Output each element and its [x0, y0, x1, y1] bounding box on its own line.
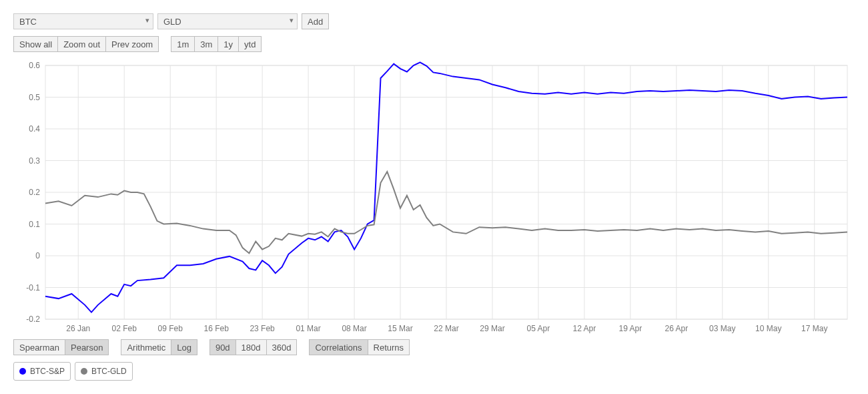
correlations-button[interactable]: Correlations — [309, 339, 367, 355]
legend-label: BTC-GLD — [91, 367, 127, 376]
spearman-button[interactable]: Spearman — [13, 339, 65, 355]
prev-zoom-button[interactable]: Prev zoom — [105, 36, 159, 52]
svg-text:0.3: 0.3 — [29, 156, 40, 166]
legend-label: BTC-S&P — [30, 367, 65, 376]
window-360d-button[interactable]: 360d — [266, 339, 298, 355]
legend-item-btc-sp[interactable]: BTC-S&P — [13, 362, 71, 381]
arithmetic-button[interactable]: Arithmetic — [121, 339, 171, 355]
legend-item-btc-gld[interactable]: BTC-GLD — [75, 362, 133, 381]
svg-text:-0.2: -0.2 — [26, 315, 40, 324]
svg-text:10 May: 10 May — [755, 324, 781, 333]
mode-group: Correlations Returns — [309, 339, 410, 355]
asset1-select-wrap: BTC — [13, 13, 153, 29]
svg-text:26 Jan: 26 Jan — [66, 324, 90, 333]
svg-text:0: 0 — [35, 251, 40, 260]
svg-text:0.2: 0.2 — [29, 188, 40, 197]
correlation-chart[interactable]: -0.2-0.100.10.20.30.40.50.626 Jan02 Feb0… — [13, 59, 854, 339]
svg-text:09 Feb: 09 Feb — [158, 324, 183, 333]
series-picker-row: BTC GLD Add — [13, 13, 854, 29]
pearson-button[interactable]: Pearson — [65, 339, 109, 355]
svg-text:03 May: 03 May — [709, 324, 735, 333]
svg-text:26 Apr: 26 Apr — [665, 324, 688, 333]
window-90d-button[interactable]: 90d — [209, 339, 236, 355]
corr-type-group: Spearman Pearson — [13, 339, 109, 355]
svg-text:0.5: 0.5 — [29, 93, 40, 102]
svg-text:16 Feb: 16 Feb — [203, 324, 229, 333]
range-3m-button[interactable]: 3m — [194, 36, 218, 52]
svg-text:02 Feb: 02 Feb — [112, 324, 137, 333]
svg-text:01 Mar: 01 Mar — [296, 324, 320, 333]
svg-text:22 Mar: 22 Mar — [434, 324, 458, 333]
svg-text:19 Apr: 19 Apr — [619, 324, 642, 333]
svg-text:12 Apr: 12 Apr — [573, 324, 596, 333]
view-controls-row: Show all Zoom out Prev zoom 1m 3m 1y ytd — [13, 36, 854, 52]
svg-text:-0.1: -0.1 — [26, 283, 40, 292]
range-ytd-button[interactable]: ytd — [238, 36, 262, 52]
range-1y-button[interactable]: 1y — [218, 36, 238, 52]
view-button-group: Show all Zoom out Prev zoom — [13, 36, 159, 52]
show-all-button[interactable]: Show all — [13, 36, 57, 52]
svg-text:08 Mar: 08 Mar — [342, 324, 366, 333]
svg-text:05 Apr: 05 Apr — [527, 324, 550, 333]
svg-text:29 Mar: 29 Mar — [480, 324, 504, 333]
returns-button[interactable]: Returns — [368, 339, 410, 355]
asset2-select-wrap: GLD — [157, 13, 298, 29]
range-button-group: 1m 3m 1y ytd — [171, 36, 262, 52]
legend-swatch-icon — [19, 368, 26, 375]
range-1m-button[interactable]: 1m — [171, 36, 194, 52]
zoom-out-button[interactable]: Zoom out — [57, 36, 105, 52]
svg-text:23 Feb: 23 Feb — [250, 324, 275, 333]
asset2-select[interactable]: GLD — [157, 13, 298, 29]
window-group: 90d 180d 360d — [209, 339, 298, 355]
legend-swatch-icon — [81, 368, 87, 375]
svg-text:0.1: 0.1 — [29, 220, 40, 229]
add-button[interactable]: Add — [302, 13, 329, 29]
svg-text:15 Mar: 15 Mar — [388, 324, 412, 333]
svg-text:0.4: 0.4 — [29, 124, 40, 134]
svg-text:0.6: 0.6 — [29, 61, 40, 70]
return-type-group: Arithmetic Log — [121, 339, 197, 355]
svg-text:17 May: 17 May — [801, 324, 827, 333]
log-button[interactable]: Log — [171, 339, 197, 355]
analysis-controls-row: Spearman Pearson Arithmetic Log 90d 180d… — [13, 339, 854, 355]
legend-row: BTC-S&P BTC-GLD — [13, 362, 854, 381]
window-180d-button[interactable]: 180d — [236, 339, 266, 355]
asset1-select[interactable]: BTC — [13, 13, 153, 29]
